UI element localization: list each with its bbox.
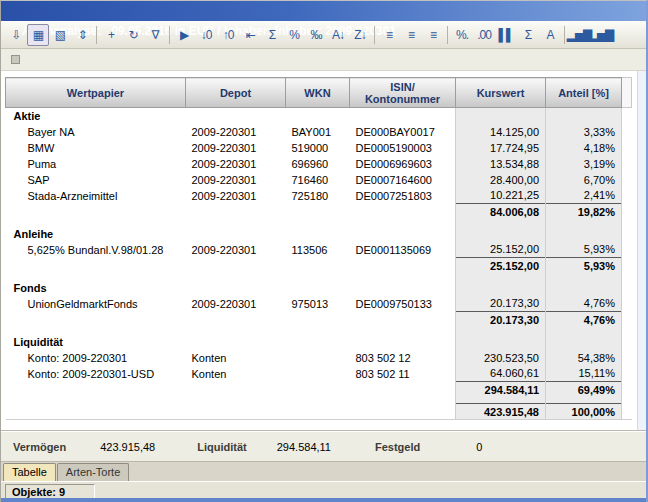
cell-filler — [622, 296, 632, 312]
table-row[interactable]: SAP2009-220301716460DE000716460028.400,0… — [6, 172, 632, 188]
table-row[interactable]: 5,625% Bundanl.V.98/01.282009-2203011135… — [6, 242, 632, 258]
cell-kurswert: 10.221,25 — [456, 188, 546, 204]
align-left-icon[interactable]: ≡ — [378, 24, 400, 46]
cell-subtotal-anteil: 4,76% — [546, 312, 622, 328]
row-expand-icon[interactable]: ⇕ — [71, 24, 93, 46]
cell-wkn: 519000 — [286, 140, 350, 156]
cell-isin: DE0001135069 — [350, 242, 456, 258]
tab-tabelle[interactable]: Tabelle — [3, 463, 56, 481]
cell-empty — [6, 258, 186, 274]
color-chart-icon[interactable]: ▂▅▇ — [590, 24, 612, 46]
tab-arten-torte[interactable]: Arten-Torte — [57, 463, 129, 481]
cell-empty — [350, 204, 456, 220]
table-row[interactable]: Konto: 2009-220301-USDKonten803 502 1164… — [6, 366, 632, 382]
cell-wkn: 113506 — [286, 242, 350, 258]
columns-icon[interactable]: ▌▌ — [495, 24, 517, 46]
column-header-anteil[interactable]: Anteil [%] — [546, 78, 622, 108]
table-row[interactable]: Stada-Arzneimittel2009-220301725180DE000… — [6, 188, 632, 204]
subtotal-icon[interactable]: Σ — [261, 24, 283, 46]
cell-depot: 2009-220301 — [186, 172, 286, 188]
grand-total-row: 423.915,48100,00% — [6, 404, 632, 420]
column-header-kurswert[interactable]: Kurswert — [456, 78, 546, 108]
sort-descending-icon[interactable]: Z↓ — [349, 24, 371, 46]
cell-filler — [622, 280, 632, 296]
cell-subtotal-kurswert: 84.006,08 — [456, 204, 546, 220]
table-row[interactable]: Konto: 2009-220301Konten803 502 12230.52… — [6, 350, 632, 366]
cell-empty — [350, 258, 456, 274]
panel-handle-icon[interactable] — [11, 55, 20, 64]
cell-kurswert: 20.173,30 — [456, 296, 546, 312]
indent-icon[interactable]: ⇤ — [239, 24, 261, 46]
filter-edit-icon[interactable]: ∇ — [144, 24, 166, 46]
column-header-wertpapier[interactable]: Wertpapier — [6, 78, 186, 108]
cell-empty — [456, 280, 546, 296]
cell-empty — [286, 382, 350, 398]
table-row[interactable]: Bayer NA2009-220301BAY001DE000BAY001714.… — [6, 124, 632, 140]
cell-empty — [546, 334, 622, 350]
cell-kurswert: 64.060,61 — [456, 366, 546, 382]
cell-anteil: 4,76% — [546, 296, 622, 312]
cell-subtotal-kurswert: 25.152,00 — [456, 258, 546, 274]
column-header-depot[interactable]: Depot — [186, 78, 286, 108]
cell-filler — [622, 140, 632, 156]
festgeld-value: 0 — [476, 441, 482, 453]
decimal-format-icon[interactable]: .00 — [473, 24, 495, 46]
vertical-scrollbar[interactable] — [637, 71, 646, 430]
cell-empty — [286, 312, 350, 328]
cell-empty — [350, 404, 456, 420]
export-icon[interactable]: ⇩ — [5, 24, 27, 46]
cell-wkn — [286, 366, 350, 382]
cell-isin: DE0005190003 — [350, 140, 456, 156]
cell-depot: 2009-220301 — [186, 188, 286, 204]
sum-icon[interactable]: Σ — [517, 24, 539, 46]
cell-anteil: 3,19% — [546, 156, 622, 172]
cell-filler — [622, 204, 632, 220]
group-header-row: Fonds — [6, 280, 632, 296]
column-header-filler — [622, 78, 632, 108]
decimal-increase-icon[interactable]: ↑0 — [217, 24, 239, 46]
decimal-decrease-icon[interactable]: ↓0 — [195, 24, 217, 46]
toolbar-separator — [374, 26, 375, 44]
cell-wkn: 725180 — [286, 188, 350, 204]
cell-empty — [286, 204, 350, 220]
cell-filler — [622, 258, 632, 274]
cell-wkn — [286, 350, 350, 366]
cell-anteil: 4,18% — [546, 140, 622, 156]
cell-depot: 2009-220301 — [186, 242, 286, 258]
cell-empty — [186, 204, 286, 220]
cell-wertpapier: SAP — [6, 172, 186, 188]
align-center-icon[interactable]: ≡ — [400, 24, 422, 46]
view-tab-bar: TabelleArten-Torte — [1, 461, 646, 481]
liquiditaet-label: Liquidität — [197, 441, 247, 453]
zoom-view-icon[interactable]: ▧ — [49, 24, 71, 46]
column-header-isin[interactable]: ISIN/ Kontonummer — [350, 78, 456, 108]
permille-icon[interactable]: ‰ — [305, 24, 327, 46]
table-area: Wertpapier Depot WKN ISIN/ Kontonummer K… — [1, 71, 646, 431]
table-row[interactable]: BMW2009-220301519000DE000519000317.724,9… — [6, 140, 632, 156]
percent-icon[interactable]: % — [283, 24, 305, 46]
drilldown-icon[interactable]: ▶ — [173, 24, 195, 46]
group-header-row: Liquidität — [6, 334, 632, 350]
title-bar[interactable]: Artenanalyse: 09.05.2016 in EUR / Inhabe… — [1, 1, 646, 21]
sort-ascending-icon[interactable]: A↓ — [327, 24, 349, 46]
bar-chart-icon[interactable]: ▂▅▇ — [568, 24, 590, 46]
cell-empty — [546, 280, 622, 296]
analysis-view-icon[interactable]: ▦ — [27, 24, 49, 46]
cell-wertpapier: 5,625% Bundanl.V.98/01.28 — [6, 242, 186, 258]
table-row[interactable]: UnionGeldmarktFonds2009-220301975013DE00… — [6, 296, 632, 312]
cell-empty — [186, 312, 286, 328]
percent-format-icon[interactable]: %. — [451, 24, 473, 46]
font-icon[interactable]: A — [539, 24, 561, 46]
align-right-icon[interactable]: ≡ — [422, 24, 444, 46]
cell-isin: DE0007251803 — [350, 188, 456, 204]
cell-wkn: BAY001 — [286, 124, 350, 140]
refresh-icon[interactable]: ↻ — [122, 24, 144, 46]
toolbar-separator — [447, 26, 448, 44]
cell-filler — [622, 124, 632, 140]
cell-isin: 803 502 11 — [350, 366, 456, 382]
cell-wertpapier: Konto: 2009-220301-USD — [6, 366, 186, 382]
table-row[interactable]: Puma2009-220301696960DE000696960313.534,… — [6, 156, 632, 172]
group-label: Anleihe — [6, 226, 456, 242]
move-icon[interactable]: + — [100, 24, 122, 46]
column-header-wkn[interactable]: WKN — [286, 78, 350, 108]
